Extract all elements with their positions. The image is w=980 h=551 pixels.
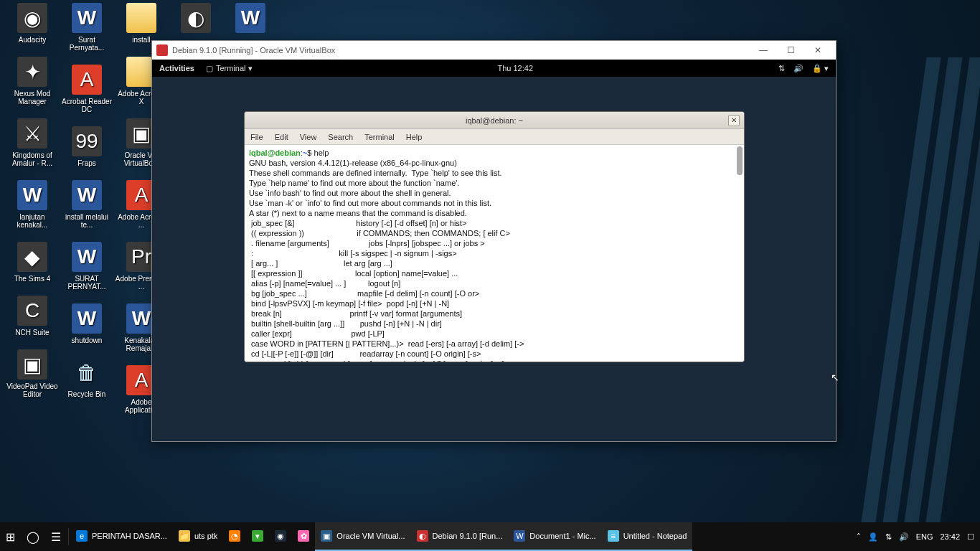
activities-button[interactable]: Activities bbox=[159, 64, 194, 72]
taskbar-apps: ePERINTAH DASAR...📁uts ptk◔▾◉✿▣Oracle VM… bbox=[70, 522, 692, 551]
notepad-icon: ≡ bbox=[608, 530, 619, 542]
desktop-icon[interactable]: Wshutdown bbox=[60, 303, 113, 344]
clock[interactable]: 23:42 bbox=[940, 532, 960, 541]
desktop-icon[interactable]: install bbox=[115, 3, 168, 44]
icon-label: Nexus Mod Manager bbox=[6, 90, 59, 105]
system-menu[interactable]: ⇅ 🔊 🔒 ▾ bbox=[778, 64, 829, 73]
desktop-icon[interactable]: Winstall melalui te... bbox=[60, 180, 113, 229]
taskbar-virtualbox[interactable]: ▣Oracle VM Virtual... bbox=[315, 522, 410, 551]
app-icon: ◐ bbox=[181, 3, 211, 33]
vb-titlebar[interactable]: Debian 9.1.0 [Running] - Oracle VM Virtu… bbox=[152, 41, 836, 60]
separator bbox=[68, 528, 69, 545]
taskbar-label: Document1 - Mic... bbox=[529, 532, 595, 540]
notifications-icon[interactable]: ☐ bbox=[967, 532, 974, 542]
app-icon: W bbox=[72, 3, 102, 33]
desktop-icon[interactable]: ▣VideoPad Video Editor bbox=[6, 349, 59, 398]
desktop-icon[interactable]: WSurat Pernyata... bbox=[60, 3, 113, 52]
icon-label: Recycle Bin bbox=[60, 390, 113, 398]
desktop-icon[interactable]: ◐ bbox=[169, 3, 222, 33]
desktop-icon[interactable]: ✦Nexus Mod Manager bbox=[6, 57, 59, 105]
taskbar-edge[interactable]: ePERINTAH DASAR... bbox=[70, 522, 173, 551]
terminal-line: bg [job_spec ...] mapfile [-d delim] [-n… bbox=[249, 288, 740, 298]
people-icon[interactable]: 👤 bbox=[868, 532, 878, 542]
taskbar-vm-debian[interactable]: ◐Debian 9.1.0 [Run... bbox=[411, 522, 509, 551]
taskbar-label: PERINTAH DASAR... bbox=[92, 532, 167, 540]
tray-chevron-icon[interactable]: ˄ bbox=[857, 532, 861, 542]
start-button[interactable]: ⊞ bbox=[0, 522, 21, 551]
app-icon bbox=[126, 3, 156, 33]
taskbar-vlc[interactable]: ◔ bbox=[223, 522, 246, 551]
app-icon: W bbox=[72, 242, 102, 272]
taskbar-explorer[interactable]: 📁uts ptk bbox=[173, 522, 223, 551]
utorrent-icon: ▾ bbox=[252, 530, 263, 542]
terminal-line: caller [expr] pwd [-LP] bbox=[249, 329, 740, 339]
menu-search[interactable]: Search bbox=[328, 133, 353, 141]
desktop-icon[interactable]: ◆The Sims 4 bbox=[6, 242, 59, 283]
network-icon[interactable]: ⇅ bbox=[885, 532, 892, 542]
windows-taskbar: ⊞ ◯ ☰ ePERINTAH DASAR...📁uts ptk◔▾◉✿▣Ora… bbox=[0, 522, 980, 551]
app-icon: C bbox=[17, 296, 47, 326]
desktop-icon[interactable]: CNCH Suite bbox=[6, 296, 59, 336]
icon-label: install melalui te... bbox=[60, 213, 113, 229]
icon-label: The Sims 4 bbox=[6, 275, 59, 283]
scrollbar[interactable] bbox=[737, 146, 743, 175]
terminal-line: bind [-lpsvPSVX] [-m keymap] [-f file> p… bbox=[249, 298, 740, 309]
taskview-icon: ☰ bbox=[51, 530, 61, 544]
minimize-button[interactable]: — bbox=[750, 41, 777, 60]
app-icon: W bbox=[72, 180, 102, 210]
windows-logo-icon: ⊞ bbox=[6, 530, 15, 544]
taskbar-app1[interactable]: ✿ bbox=[292, 522, 315, 551]
search-button[interactable]: ◯ bbox=[21, 522, 45, 551]
taskbar-label: Debian 9.1.0 [Run... bbox=[433, 532, 503, 540]
app-icon: 99 bbox=[72, 126, 102, 156]
vm-display[interactable]: iqbal@debian: ~ ✕ FileEditViewSearchTerm… bbox=[152, 77, 836, 441]
gnome-terminal-window[interactable]: iqbal@debian: ~ ✕ FileEditViewSearchTerm… bbox=[244, 111, 745, 362]
terminal-output[interactable]: iqbal@debian:~$ helpGNU bash, version 4.… bbox=[245, 145, 744, 362]
clock[interactable]: Thu 12:42 bbox=[497, 64, 533, 72]
vlc-icon: ◔ bbox=[229, 530, 240, 542]
language-indicator[interactable]: ENG bbox=[916, 532, 933, 541]
terminal-line: cd [-L|[-P [-e]] [-@]] [dir] readarray [… bbox=[249, 349, 740, 359]
power-icon[interactable]: 🔒 ▾ bbox=[812, 64, 829, 73]
desktop-icon[interactable]: W bbox=[224, 3, 277, 33]
taskbar-label: Oracle VM Virtual... bbox=[336, 532, 405, 540]
app-icon: ✦ bbox=[17, 57, 47, 87]
system-tray: ˄ 👤 ⇅ 🔊 ENG 23:42 ☐ bbox=[851, 532, 980, 542]
terminal-close-button[interactable]: ✕ bbox=[728, 115, 740, 126]
desktop-icon[interactable]: WSURAT PERNYAT... bbox=[60, 242, 113, 291]
terminal-line: . filename [arguments] jobs [-lnprs] [jo… bbox=[249, 238, 740, 248]
terminal-line: Use `man -k' or `info' to find out more … bbox=[249, 198, 740, 208]
virtualbox-vm-window[interactable]: Debian 9.1.0 [Running] - Oracle VM Virtu… bbox=[151, 40, 837, 442]
taskbar-notepad[interactable]: ≡Untitled - Notepad bbox=[602, 522, 693, 551]
word-icon: W bbox=[514, 530, 525, 542]
maximize-button[interactable]: ☐ bbox=[777, 41, 804, 60]
desktop-icon[interactable]: 99Fraps bbox=[60, 126, 113, 167]
taskbar-steam[interactable]: ◉ bbox=[269, 522, 292, 551]
desktop-icon[interactable]: 🗑Recycle Bin bbox=[60, 357, 113, 398]
volume-icon[interactable]: 🔊 bbox=[793, 64, 804, 73]
terminal-titlebar[interactable]: iqbal@debian: ~ ✕ bbox=[245, 112, 744, 129]
desktop-icon[interactable]: ◉Audacity bbox=[6, 3, 59, 44]
menu-edit[interactable]: Edit bbox=[275, 133, 288, 141]
taskbar-word[interactable]: WDocument1 - Mic... bbox=[508, 522, 601, 551]
desktop-icon[interactable]: Wlanjutan kenakal... bbox=[6, 180, 59, 229]
menu-file[interactable]: File bbox=[250, 133, 263, 141]
terminal-title-text: iqbal@debian: ~ bbox=[466, 116, 523, 125]
icon-label: shutdown bbox=[60, 336, 113, 344]
terminal-line: alias [-p] [name[=value] ... ] logout [n… bbox=[249, 278, 740, 288]
task-view-button[interactable]: ☰ bbox=[45, 522, 67, 551]
close-button[interactable]: ✕ bbox=[804, 41, 831, 60]
network-icon[interactable]: ⇅ bbox=[778, 64, 785, 73]
app-icon: ◉ bbox=[17, 3, 47, 33]
menu-terminal[interactable]: Terminal bbox=[364, 133, 395, 141]
menu-help[interactable]: Help bbox=[406, 133, 423, 141]
volume-icon[interactable]: 🔊 bbox=[899, 532, 909, 542]
active-app-menu[interactable]: ▢ Terminal ▾ bbox=[206, 64, 253, 73]
desktop-icon[interactable]: ⚔Kingdoms of Amalur - R... bbox=[6, 118, 59, 167]
taskbar-utorrent[interactable]: ▾ bbox=[246, 522, 269, 551]
desktop-icon[interactable]: AAcrobat Reader DC bbox=[60, 65, 113, 113]
icon-label: Audacity bbox=[6, 36, 59, 44]
app-icon: ▣ bbox=[17, 349, 47, 380]
menu-view[interactable]: View bbox=[300, 133, 317, 141]
app-icon: W bbox=[17, 180, 47, 210]
